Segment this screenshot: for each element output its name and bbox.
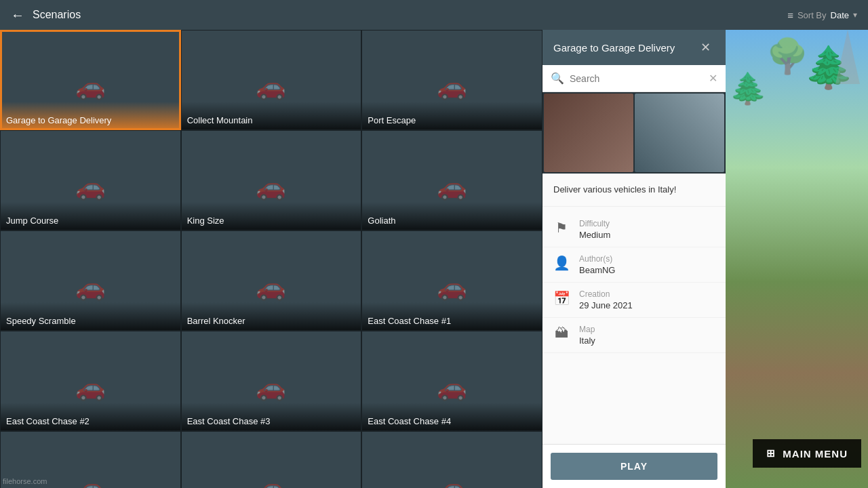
card-label: Goliath — [362, 202, 542, 230]
difficulty-content: Difficulty Medium — [579, 219, 610, 240]
card-background: 🚗 — [362, 432, 542, 488]
scenario-card-king-size[interactable]: 🚗King Size — [181, 130, 362, 230]
difficulty-icon: ⚑ — [553, 220, 570, 236]
scenarios-panel: 🚗Garage to Garage Delivery🚗Collect Mount… — [0, 30, 542, 488]
detail-panel: Garage to Garage Delivery ✕ 🔍 ✕ Deliver … — [542, 30, 726, 488]
creation-content: Creation 29 June 2021 — [579, 289, 633, 310]
scenario-card-jump-course[interactable]: 🚗Jump Course — [0, 130, 181, 230]
world-background: 🌲 🌲 🌳 ⊞ MAIN MENU — [726, 30, 868, 488]
main-menu-label: MAIN MENU — [783, 448, 848, 460]
scenario-card-east-coast-1[interactable]: 🚗East Coast Chase #1 — [361, 230, 542, 331]
preview-image-2 — [635, 94, 724, 172]
detail-body: 🔍 ✕ Deliver various vehicles in Italy! ⚑… — [542, 65, 726, 444]
difficulty-row: ⚑ Difficulty Medium — [542, 212, 726, 247]
scenario-card-east-coast-4[interactable]: 🚗East Coast Chase #4 — [361, 331, 542, 431]
preview-image-1 — [544, 94, 633, 172]
card-background: 🚗 — [1, 432, 180, 488]
creation-label: Creation — [579, 289, 633, 299]
clear-search-button[interactable]: ✕ — [709, 72, 717, 85]
card-label: King Size — [182, 202, 361, 230]
author-icon: 👤 — [553, 255, 570, 271]
filter-icon: ≡ — [787, 9, 793, 21]
play-button[interactable]: PLAY — [551, 453, 717, 480]
card-label: East Coast Chase #1 — [362, 302, 542, 330]
chevron-down-icon: ▾ — [853, 10, 857, 20]
scenario-card-east-coast-2[interactable]: 🚗East Coast Chase #2 — [0, 331, 181, 431]
detail-description: Deliver various vehicles in Italy! — [542, 174, 726, 207]
card-label: Jump Course — [1, 202, 180, 230]
scenario-card-goliath[interactable]: 🚗Goliath — [361, 130, 542, 230]
difficulty-label: Difficulty — [579, 219, 610, 228]
map-icon: 🏔 — [553, 325, 570, 341]
detail-preview — [542, 92, 726, 174]
card-label: East Coast Chase #2 — [1, 403, 180, 430]
search-bar: 🔍 ✕ — [542, 65, 726, 92]
sort-value: Date — [831, 10, 849, 20]
page-title: Scenarios — [33, 9, 787, 21]
scenario-card-extra-2[interactable]: 🚗City Sprint — [181, 431, 362, 488]
creation-value: 29 June 2021 — [579, 300, 633, 310]
map-content: Map Italy — [579, 325, 595, 346]
card-label: East Coast Chase #4 — [362, 403, 542, 430]
scenario-card-extra-1[interactable]: 🚗Mountain Rush — [0, 431, 181, 488]
authors-value: BeamNG — [579, 265, 615, 275]
close-button[interactable]: ✕ — [696, 38, 715, 57]
scenario-card-garage-delivery[interactable]: 🚗Garage to Garage Delivery — [0, 30, 181, 130]
scenario-card-port-escape[interactable]: 🚗Port Escape — [361, 30, 542, 130]
app-header: ← Scenarios ≡ Sort By Date ▾ — [0, 0, 868, 30]
tree-icon-2: 🌲 — [729, 70, 767, 106]
sort-control[interactable]: ≡ Sort By Date ▾ — [787, 9, 857, 21]
card-label: Speedy Scramble — [1, 302, 180, 330]
scenarios-grid: 🚗Garage to Garage Delivery🚗Collect Mount… — [0, 30, 542, 488]
scenario-card-east-coast-3[interactable]: 🚗East Coast Chase #3 — [181, 331, 362, 431]
card-label: Collect Mountain — [182, 102, 361, 129]
scenario-card-speedy-scramble[interactable]: 🚗Speedy Scramble — [0, 230, 181, 331]
authors-content: Author(s) BeamNG — [579, 254, 615, 275]
detail-footer: PLAY — [542, 444, 726, 488]
creation-row: 📅 Creation 29 June 2021 — [542, 283, 726, 318]
detail-meta: ⚑ Difficulty Medium 👤 Author(s) BeamNG 📅 — [542, 207, 726, 359]
detail-title: Garage to Garage Delivery — [553, 42, 675, 54]
map-label: Map — [579, 325, 595, 334]
back-button[interactable]: ← — [11, 7, 24, 23]
tree-icon-3: 🌳 — [766, 37, 808, 76]
card-label: Port Escape — [362, 102, 542, 129]
map-row: 🏔 Map Italy — [542, 318, 726, 353]
card-label: East Coast Chase #3 — [182, 403, 361, 430]
map-value: Italy — [579, 336, 595, 346]
card-label: Garage to Garage Delivery — [1, 102, 180, 129]
main-menu-icon: ⊞ — [766, 447, 776, 460]
main-content: 🚗Garage to Garage Delivery🚗Collect Mount… — [0, 30, 868, 488]
sort-by-label: Sort By — [797, 10, 827, 20]
search-input[interactable] — [570, 73, 703, 84]
main-menu-button[interactable]: ⊞ MAIN MENU — [753, 439, 861, 468]
search-icon: 🔍 — [551, 72, 564, 85]
card-background: 🚗 — [182, 432, 361, 488]
difficulty-value: Medium — [579, 230, 610, 240]
card-label: Barrel Knocker — [182, 302, 361, 330]
authors-label: Author(s) — [579, 254, 615, 264]
authors-row: 👤 Author(s) BeamNG — [542, 247, 726, 283]
scenario-card-collect-mountain[interactable]: 🚗Collect Mountain — [181, 30, 362, 130]
scenario-card-extra-3[interactable]: 🚗Soccer Blast — [361, 431, 542, 488]
calendar-icon: 📅 — [553, 290, 570, 306]
detail-header: Garage to Garage Delivery ✕ — [542, 30, 726, 65]
scenario-card-barrel-knocker[interactable]: 🚗Barrel Knocker — [181, 230, 362, 331]
